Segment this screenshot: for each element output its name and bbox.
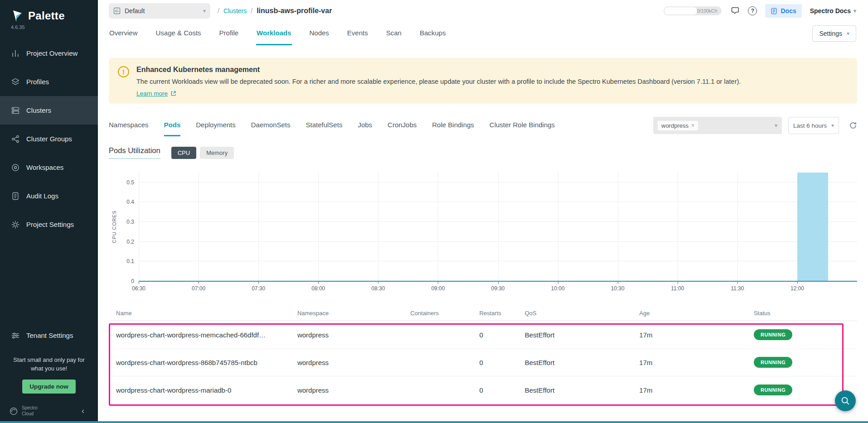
workload-filters: wordpress × ▾ Last 6 hours ▾ [653,115,857,136]
sidebar-collapse-icon[interactable]: ‹ [82,408,89,415]
docs-button[interactable]: Docs [765,4,801,18]
sidebar-item-label: Audit Logs [26,192,58,200]
sidebar-footer: Spectro Cloud ‹ [0,401,98,423]
wtab-pods[interactable]: Pods [164,115,181,136]
x-tick-label: 10:30 [611,285,625,292]
project-select[interactable]: Default ▾ [109,3,210,19]
settings-button[interactable]: Settings ▾ [812,25,856,42]
app-title: Palette [28,10,65,22]
help-fab-button[interactable] [835,390,856,411]
x-tick-mark [737,282,738,284]
close-icon[interactable]: × [691,122,694,129]
help-icon[interactable]: ? [748,6,757,15]
chevron-down-icon: ▾ [847,30,849,37]
vertical-gridline [737,173,738,281]
docs-source-select[interactable]: Spectro Docs ▾ [810,7,856,14]
chat-icon[interactable] [730,6,740,16]
y-tick-label: 0.1 [126,258,134,264]
workload-tab-bar: Namespaces Pods Deployments DaemonSets S… [109,115,857,136]
document-icon [771,8,777,14]
tab-profile[interactable]: Profile [219,22,239,45]
sidebar-item-tenant-settings[interactable]: Tenant Settings [0,321,98,350]
namespace-filter-select[interactable]: wordpress × ▾ [653,117,782,134]
learn-more-link[interactable]: Learn more [136,90,176,97]
wtab-jobs[interactable]: Jobs [358,115,372,136]
spectro-cloud-logo-icon [9,407,18,416]
pod-age: 17m [639,386,754,394]
y-tick-label: 0.2 [126,239,134,245]
pod-qos: BestEffort [525,359,640,366]
settings-button-label: Settings [819,30,842,37]
sidebar-item-clusters[interactable]: Clusters [0,96,98,125]
x-tick-mark [498,282,499,284]
x-tick-mark [139,282,139,284]
chevron-down-icon: ▾ [853,8,856,14]
status-badge: RUNNING [754,329,793,340]
wtab-role-bindings[interactable]: Role Bindings [432,115,474,136]
vertical-gridline [618,173,618,281]
utilization-header: Pods Utilization CPU Memory [109,146,857,159]
refresh-icon[interactable] [849,121,857,130]
sliders-icon [11,331,20,340]
cpu-toggle-button[interactable]: CPU [171,147,196,159]
x-tick-mark [318,282,319,284]
vertical-gridline [199,173,199,281]
time-range-select[interactable]: Last 6 hours ▾ [788,117,839,134]
sidebar-item-cluster-groups[interactable]: Cluster Groups [0,125,98,153]
vertical-gridline [139,173,139,281]
project-select-value: Default [125,7,145,14]
tab-backups[interactable]: Backups [419,22,446,45]
sidebar-item-label: Project Settings [26,221,74,228]
pod-qos: BestEffort [525,331,640,339]
sidebar-item-audit-logs[interactable]: Audit Logs [0,182,98,210]
sidebar-item-label: Clusters [26,106,51,114]
sidebar-item-project-settings[interactable]: Project Settings [0,210,98,239]
tab-workloads[interactable]: Workloads [256,22,291,45]
tab-usage-costs[interactable]: Usage & Costs [155,22,202,45]
chart-bar[interactable] [797,173,828,281]
tab-nodes[interactable]: Nodes [309,22,330,45]
cluster-tab-bar: Overview Usage & Costs Profile Workloads… [98,22,868,45]
deprecation-banner: ! Enhanced Kubernetes management The cur… [109,58,857,104]
upgrade-now-button[interactable]: Upgrade now [22,380,76,394]
table-row[interactable]: wordpress-chart-wordpress-memcached-66df… [109,321,857,349]
status-badge: RUNNING [754,385,793,395]
wtab-cluster-role-bindings[interactable]: Cluster Role Bindings [490,115,555,136]
wtab-daemonsets[interactable]: DaemonSets [251,115,291,136]
x-tick-label: 08:00 [311,285,325,292]
x-tick-mark [258,282,259,284]
table-row[interactable]: wordpress-chart-wordpress-mariadb-0 word… [109,376,857,404]
tab-scan[interactable]: Scan [386,22,402,45]
vertical-gridline [558,173,558,281]
pod-qos: BestEffort [525,386,640,394]
sidebar-item-workspaces[interactable]: Workspaces [0,153,98,182]
tab-overview[interactable]: Overview [109,22,138,45]
memory-toggle-button[interactable]: Memory [200,147,234,159]
wtab-cronjobs[interactable]: CronJobs [388,115,417,136]
y-tick-label: 0.3 [126,219,134,225]
x-tick-mark [678,282,678,284]
sidebar-item-project-overview[interactable]: Project Overview [0,39,98,67]
wtab-statefulsets[interactable]: StatefulSets [306,115,343,136]
x-tick-label: 09:30 [491,285,504,292]
pod-status: RUNNING [754,385,850,395]
table-row[interactable]: wordpress-chart-wordpress-868b745785-ntb… [109,349,857,376]
sidebar-item-profiles[interactable]: Profiles [0,67,98,96]
breadcrumb-clusters-link[interactable]: Clusters [223,7,247,14]
y-axis-ticks: 00.10.20.30.40.5 [120,173,139,281]
x-tick-label: 12:00 [790,285,804,292]
project-scope-icon [113,7,121,14]
logo-row: Palette [0,0,98,24]
docs-source-value: Spectro Docs [810,7,851,14]
topbar-right-group: 0/100kCh ? Docs Spectro Docs ▾ [664,4,856,18]
column-header-age: Age [639,310,754,317]
tab-events[interactable]: Events [347,22,369,45]
pod-restarts: 0 [479,359,524,366]
clusters-icon [11,106,20,115]
external-link-icon [170,91,176,96]
wtab-deployments[interactable]: Deployments [196,115,236,136]
pod-namespace: wordpress [297,359,410,366]
pod-name: wordpress-chart-wordpress-868b745785-ntb… [116,359,297,366]
pod-age: 17m [639,331,754,339]
wtab-namespaces[interactable]: Namespaces [109,115,149,136]
